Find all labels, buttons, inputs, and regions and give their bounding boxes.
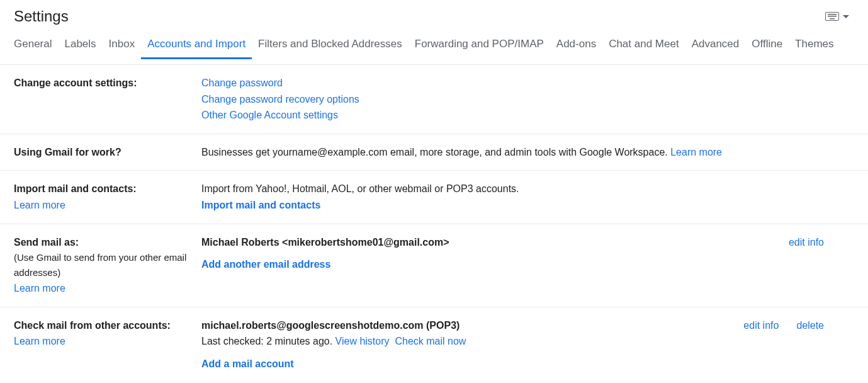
tab-inbox[interactable]: Inbox bbox=[103, 31, 142, 58]
check-mail-account: michael.roberts@googlescreenshotdemo.com… bbox=[201, 317, 743, 334]
tab-offline[interactable]: Offline bbox=[745, 31, 789, 58]
section-import-mail: Import mail and contacts: Learn more Imp… bbox=[0, 171, 868, 224]
import-mail-label: Import mail and contacts: bbox=[14, 181, 201, 197]
tab-chat-and-meet[interactable]: Chat and Meet bbox=[602, 31, 685, 58]
section-using-for-work: Using Gmail for work? Businesses get you… bbox=[0, 134, 868, 171]
check-mail-now-link[interactable]: Check mail now bbox=[395, 336, 466, 346]
change-account-label: Change account settings: bbox=[14, 77, 137, 88]
input-tools-selector[interactable] bbox=[825, 12, 854, 21]
view-history-link[interactable]: View history bbox=[335, 336, 390, 346]
add-another-email-link[interactable]: Add another email address bbox=[201, 256, 789, 273]
using-work-learn-more[interactable]: Learn more bbox=[670, 147, 722, 157]
other-google-account-link[interactable]: Other Google Account settings bbox=[201, 107, 854, 123]
import-mail-text: Import from Yahoo!, Hotmail, AOL, or oth… bbox=[201, 181, 854, 197]
tab-add-ons[interactable]: Add-ons bbox=[550, 31, 602, 58]
section-send-mail-as: Send mail as: (Use Gmail to send from yo… bbox=[0, 224, 868, 307]
page-title: Settings bbox=[14, 8, 69, 25]
send-mail-edit-info[interactable]: edit info bbox=[789, 234, 824, 251]
tab-labels[interactable]: Labels bbox=[58, 31, 102, 58]
tab-forwarding-pop-imap[interactable]: Forwarding and POP/IMAP bbox=[409, 31, 550, 58]
send-mail-as-sub: (Use Gmail to send from your other email… bbox=[14, 250, 201, 280]
import-mail-learn-more[interactable]: Learn more bbox=[14, 197, 201, 214]
add-mail-account-link[interactable]: Add a mail account bbox=[201, 356, 743, 372]
section-check-mail: Check mail from other accounts: Learn mo… bbox=[0, 307, 868, 382]
settings-header: Settings bbox=[0, 0, 868, 31]
tab-general[interactable]: General bbox=[8, 31, 58, 58]
send-mail-as-learn-more[interactable]: Learn more bbox=[14, 280, 201, 297]
tab-themes[interactable]: Themes bbox=[789, 31, 840, 58]
settings-content: Change account settings: Change password… bbox=[0, 65, 868, 382]
tab-filters-blocked[interactable]: Filters and Blocked Addresses bbox=[252, 31, 409, 58]
section-change-account: Change account settings: Change password… bbox=[0, 65, 868, 134]
send-mail-as-label: Send mail as: bbox=[14, 234, 201, 251]
using-work-text: Businesses get yourname@example.com emai… bbox=[201, 147, 670, 157]
check-mail-label: Check mail from other accounts: bbox=[14, 317, 201, 334]
chevron-down-icon bbox=[843, 15, 849, 18]
tab-advanced[interactable]: Advanced bbox=[685, 31, 746, 58]
import-mail-action[interactable]: Import mail and contacts bbox=[201, 197, 854, 214]
check-mail-last-checked: Last checked: 2 minutes ago. bbox=[201, 336, 335, 346]
check-mail-delete[interactable]: delete bbox=[796, 317, 824, 334]
send-mail-identity: Michael Roberts <mikerobertshome01@gmail… bbox=[201, 234, 789, 251]
check-mail-learn-more[interactable]: Learn more bbox=[14, 333, 201, 350]
check-mail-edit-info[interactable]: edit info bbox=[743, 317, 779, 334]
keyboard-icon bbox=[825, 12, 839, 21]
change-password-recovery-link[interactable]: Change password recovery options bbox=[201, 91, 854, 108]
using-work-label: Using Gmail for work? bbox=[14, 147, 121, 157]
change-password-link[interactable]: Change password bbox=[201, 75, 854, 91]
tab-accounts-and-import[interactable]: Accounts and Import bbox=[141, 31, 252, 58]
settings-tabs: General Labels Inbox Accounts and Import… bbox=[0, 31, 868, 65]
